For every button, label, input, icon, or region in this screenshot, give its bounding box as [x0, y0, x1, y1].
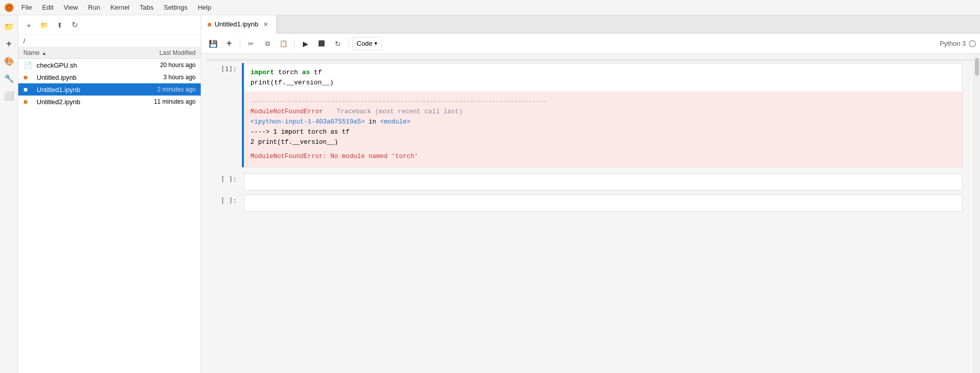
- file-notebook-icon: ■: [23, 85, 34, 94]
- keyword-import: import: [250, 69, 274, 76]
- file-item-untitled[interactable]: ■ Untitled.ipynb 3 hours ago: [18, 71, 201, 83]
- run-button[interactable]: ▶: [298, 37, 313, 51]
- new-folder-button[interactable]: 📁: [38, 18, 51, 32]
- menubar: File Edit View Run Kernel Tabs Settings …: [0, 0, 980, 15]
- file-list: 📄 checkGPU.sh 20 hours ago ■ Untitled.ip…: [18, 59, 201, 373]
- cell-3: [ ]:: [216, 195, 963, 212]
- notebook-content[interactable]: [1]: import torch as tf print(tf.__ve: [201, 54, 973, 373]
- cell-body-2[interactable]: [244, 173, 963, 191]
- wrench-icon[interactable]: 🔧: [2, 71, 16, 85]
- file-name-label: checkGPU.sh: [37, 61, 130, 69]
- tab-bar: ■ Untitled1.ipynb ✕: [201, 15, 980, 34]
- error-final: ModuleNotFoundError: No module named 'to…: [250, 151, 956, 162]
- notebook-area: ■ Untitled1.ipynb ✕ 💾 + ✂ ⧉ 📋 ▶ ⬛ ↻ Code…: [201, 15, 980, 373]
- menu-run[interactable]: Run: [83, 2, 105, 13]
- file-name-label: Untitled.ipynb: [37, 74, 130, 81]
- file-browser-panel: + 📁 ⬆ ↻ / Name ▲ Last Modified 📄 checkGP…: [18, 15, 201, 373]
- svg-point-2: [8, 6, 11, 9]
- file-name-label: Untitled2.ipynb: [37, 98, 130, 106]
- tab-close-button[interactable]: ✕: [261, 20, 270, 29]
- error-separator: ----------------------------------------…: [250, 97, 956, 107]
- notebook-wrapper: [1]: import torch as tf print(tf.__ve: [201, 54, 980, 373]
- new-file-button[interactable]: +: [22, 18, 36, 32]
- file-modified-label: 2 minutes ago: [130, 86, 196, 93]
- file-list-header: Name ▲ Last Modified: [18, 47, 201, 59]
- square-icon[interactable]: ⬜: [2, 88, 16, 103]
- app-logo: [2, 1, 16, 15]
- toolbar-separator-2: [294, 39, 295, 49]
- menu-file[interactable]: File: [16, 2, 37, 13]
- palette-icon[interactable]: 🎨: [2, 54, 16, 68]
- menu-help[interactable]: Help: [193, 2, 216, 13]
- toolbar-separator-1: [240, 39, 240, 49]
- copy-button[interactable]: ⧉: [260, 37, 275, 51]
- plus-icon[interactable]: +: [2, 37, 16, 51]
- file-item-untitled1[interactable]: ■ Untitled1.ipynb 2 minutes ago: [18, 83, 201, 96]
- cell-output-1: ----------------------------------------…: [244, 91, 962, 167]
- error-arrow-line: ----> 1 import torch as tf: [250, 127, 956, 137]
- file-item-checkgpu[interactable]: 📄 checkGPU.sh 20 hours ago: [18, 59, 201, 71]
- folder-icon[interactable]: 📁: [2, 19, 16, 34]
- cell-number-3: [ ]:: [216, 195, 242, 204]
- cell-type-dropdown[interactable]: Code ▾: [352, 37, 382, 50]
- error-final-text: ModuleNotFoundError: No module named 'to…: [250, 153, 418, 160]
- toolbar-separator-3: [349, 39, 349, 49]
- breadcrumb: /: [18, 35, 201, 47]
- logo-icon: [4, 3, 14, 13]
- notebook-toolbar: 💾 + ✂ ⧉ 📋 ▶ ⬛ ↻ Code ▾ Python 3: [201, 34, 980, 54]
- traceback-label: Traceback (most recent call last): [337, 108, 463, 115]
- error-header-line: ModuleNotFoundError Traceback (most rece…: [250, 107, 956, 117]
- tab-untitled1[interactable]: ■ Untitled1.ipynb ✕: [201, 15, 277, 34]
- vertical-scrollbar[interactable]: [973, 54, 980, 373]
- file-notebook-icon: ■: [23, 98, 34, 106]
- cell-body-1[interactable]: import torch as tf print(tf.__version__): [244, 63, 963, 167]
- sidebar-icons: 📁 + 🎨 🔧 ⬜: [0, 15, 18, 373]
- file-modified-label: 20 hours ago: [130, 61, 196, 69]
- scrollbar-thumb[interactable]: [975, 58, 979, 76]
- cell-2: [ ]:: [216, 173, 963, 191]
- cell-input-3[interactable]: [244, 195, 962, 211]
- menu-settings[interactable]: Settings: [159, 2, 193, 13]
- cell-body-3[interactable]: [244, 195, 963, 212]
- code-line-1: import torch as tf: [250, 68, 956, 78]
- kernel-name-label: Python 3: [940, 40, 966, 47]
- error-name: ModuleNotFoundError: [250, 108, 323, 115]
- file-modified-label: 11 minutes ago: [130, 98, 196, 105]
- paste-button[interactable]: 📋: [276, 37, 291, 51]
- menu-tabs[interactable]: Tabs: [135, 2, 159, 13]
- code-line-2: print(tf.__version__): [250, 78, 956, 88]
- save-button[interactable]: 💾: [205, 37, 220, 51]
- add-cell-button[interactable]: +: [222, 37, 237, 51]
- stop-button[interactable]: ⬛: [314, 37, 329, 51]
- code-text: torch: [278, 69, 302, 76]
- upload-button[interactable]: ⬆: [53, 18, 66, 32]
- menu-edit[interactable]: Edit: [37, 2, 58, 13]
- restart-button[interactable]: ↻: [330, 37, 345, 51]
- menu-view[interactable]: View: [58, 2, 83, 13]
- sort-name-header[interactable]: Name ▲: [23, 49, 130, 56]
- error-output: ----------------------------------------…: [244, 92, 962, 167]
- menu-kernel[interactable]: Kernel: [105, 2, 135, 13]
- error-in: in: [369, 118, 381, 126]
- code-text: tf: [314, 69, 322, 76]
- notebook-tab-icon: ■: [207, 20, 211, 28]
- file-item-untitled2[interactable]: ■ Untitled2.ipynb 11 minutes ago: [18, 96, 201, 108]
- error-line2: 2 print(tf.__version__): [250, 137, 956, 147]
- file-script-icon: 📄: [23, 61, 34, 69]
- error-file-line: <ipython-input-1-403a075519a5> in <modul…: [250, 117, 956, 127]
- cell-input-2[interactable]: [244, 174, 962, 190]
- refresh-button[interactable]: ↻: [68, 18, 81, 32]
- file-name-label: Untitled1.ipynb: [37, 86, 130, 94]
- main-layout: 📁 + 🎨 🔧 ⬜ + 📁 ⬆ ↻ / Name ▲ Last Modified…: [0, 15, 980, 373]
- cell-input-1[interactable]: import torch as tf print(tf.__version__): [244, 64, 962, 91]
- kernel-status: Python 3: [940, 40, 976, 47]
- cell-number-2: [ ]:: [216, 173, 242, 183]
- error-file-ref: <ipython-input-1-403a075519a5>: [250, 118, 365, 126]
- sort-modified-header[interactable]: Last Modified: [130, 49, 196, 56]
- file-panel-toolbar: + 📁 ⬆ ↻: [18, 15, 201, 35]
- cut-button[interactable]: ✂: [243, 37, 259, 51]
- keyword-as: as: [302, 69, 310, 76]
- code-text: print(tf.__version__): [250, 79, 334, 86]
- cell-type-label: Code: [357, 40, 372, 47]
- cell-1: [1]: import torch as tf print(tf.__ve: [216, 63, 963, 167]
